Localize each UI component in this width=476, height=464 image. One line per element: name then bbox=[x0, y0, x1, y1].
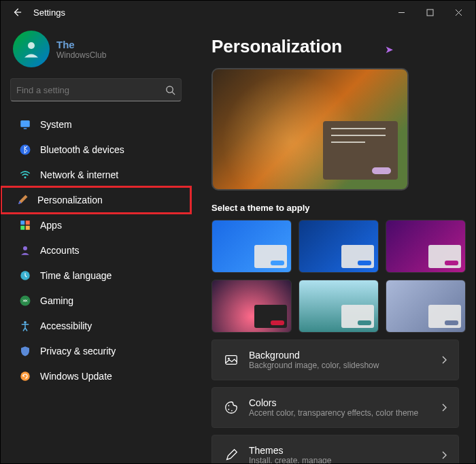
time-icon bbox=[18, 269, 32, 282]
theme-section-label: Select a theme to apply bbox=[211, 203, 459, 213]
image-icon bbox=[223, 352, 239, 368]
sidebar-item-label: Gaming bbox=[40, 295, 73, 306]
svg-rect-0 bbox=[427, 10, 433, 16]
setting-row-background[interactable]: BackgroundBackground image, color, slide… bbox=[211, 339, 459, 380]
row-sub: Accent color, transparency effects, colo… bbox=[249, 408, 418, 418]
theme-grid bbox=[211, 220, 459, 333]
wifi-icon bbox=[18, 168, 32, 182]
chevron-right-icon bbox=[441, 356, 447, 364]
theme-thumb-4[interactable] bbox=[299, 280, 379, 333]
theme-thumb-2[interactable] bbox=[386, 220, 466, 273]
brush2-icon bbox=[223, 447, 239, 463]
chevron-right-icon bbox=[441, 403, 447, 412]
main-content: Personalization Select a theme to apply … bbox=[191, 24, 475, 463]
back-button[interactable] bbox=[9, 4, 25, 20]
minimize-button[interactable] bbox=[387, 2, 415, 22]
svg-point-18 bbox=[228, 405, 229, 406]
sidebar-item-label: Network & internet bbox=[40, 169, 118, 180]
svg-rect-4 bbox=[24, 128, 27, 129]
sidebar-item-accessibility[interactable]: Accessibility bbox=[5, 314, 187, 338]
svg-point-5 bbox=[20, 145, 31, 155]
sidebar-item-label: Personalization bbox=[37, 195, 103, 205]
theme-thumb-3[interactable] bbox=[211, 280, 292, 333]
page-title: Personalization bbox=[211, 36, 459, 57]
sidebar-item-label: Accessibility bbox=[40, 320, 92, 331]
svg-point-20 bbox=[231, 410, 233, 412]
accessibility-icon bbox=[18, 319, 32, 333]
setting-row-themes[interactable]: ThemesInstall, create, manage bbox=[211, 435, 459, 463]
theme-thumb-1[interactable] bbox=[299, 220, 379, 273]
bluetooth-icon bbox=[18, 143, 32, 156]
nav-list: SystemBluetooth & devicesNetwork & inter… bbox=[1, 112, 191, 388]
sidebar-item-brush[interactable]: Personalization bbox=[2, 188, 190, 212]
maximize-button[interactable] bbox=[415, 2, 444, 22]
sidebar-item-update[interactable]: Windows Update bbox=[5, 364, 187, 388]
svg-point-2 bbox=[167, 86, 173, 92]
row-title: Themes bbox=[249, 445, 331, 456]
sidebar-item-label: Accounts bbox=[40, 245, 80, 256]
search-icon bbox=[165, 85, 175, 95]
sidebar-item-system[interactable]: System bbox=[5, 112, 187, 137]
gaming-icon bbox=[18, 294, 32, 308]
svg-rect-8 bbox=[26, 220, 30, 225]
sidebar-item-bluetooth[interactable]: Bluetooth & devices bbox=[5, 137, 187, 162]
svg-point-19 bbox=[228, 409, 229, 410]
preview-window bbox=[323, 121, 398, 180]
titlebar: Settings bbox=[1, 1, 475, 24]
sidebar-item-apps[interactable]: Apps bbox=[5, 213, 187, 237]
avatar bbox=[13, 31, 50, 67]
sidebar-item-label: Time & language bbox=[40, 270, 112, 281]
app-title: Settings bbox=[33, 7, 65, 18]
sidebar-item-accounts[interactable]: Accounts bbox=[5, 238, 187, 263]
theme-thumb-5[interactable] bbox=[386, 280, 466, 333]
sidebar-item-gaming[interactable]: Gaming bbox=[5, 288, 187, 313]
desktop-preview bbox=[211, 68, 409, 190]
chevron-right-icon bbox=[441, 451, 447, 459]
close-button[interactable] bbox=[444, 2, 473, 22]
sidebar-item-time[interactable]: Time & language bbox=[5, 263, 187, 288]
system-icon bbox=[18, 118, 32, 131]
svg-rect-3 bbox=[20, 120, 30, 127]
search-box[interactable] bbox=[10, 78, 182, 101]
theme-thumb-0[interactable] bbox=[211, 220, 292, 273]
sidebar-item-label: Windows Update bbox=[40, 371, 112, 382]
update-icon bbox=[18, 369, 32, 383]
sidebar-item-label: Privacy & security bbox=[40, 346, 116, 357]
svg-rect-9 bbox=[20, 226, 24, 230]
search-input[interactable] bbox=[16, 85, 165, 95]
sidebar-item-label: Apps bbox=[40, 220, 62, 231]
row-title: Background bbox=[249, 350, 379, 361]
sidebar-item-label: System bbox=[40, 119, 72, 130]
setting-row-colors[interactable]: ColorsAccent color, transparency effects… bbox=[211, 387, 459, 428]
svg-point-1 bbox=[28, 42, 35, 49]
svg-point-15 bbox=[20, 371, 30, 381]
svg-rect-10 bbox=[26, 226, 30, 230]
palette-icon bbox=[223, 399, 239, 416]
brush-icon bbox=[16, 193, 29, 207]
row-title: Colors bbox=[249, 397, 418, 408]
svg-point-14 bbox=[24, 321, 27, 324]
sidebar-item-wifi[interactable]: Network & internet bbox=[5, 163, 187, 187]
sidebar-item-label: Bluetooth & devices bbox=[40, 144, 124, 155]
accounts-icon bbox=[18, 244, 32, 257]
row-sub: Install, create, manage bbox=[249, 456, 331, 463]
sidebar-item-privacy[interactable]: Privacy & security bbox=[5, 339, 187, 363]
svg-point-13 bbox=[20, 296, 31, 306]
user-name: The bbox=[56, 39, 106, 50]
user-block[interactable]: The WindowsClub bbox=[1, 28, 191, 74]
svg-rect-7 bbox=[20, 220, 24, 225]
svg-point-6 bbox=[24, 176, 27, 178]
svg-point-17 bbox=[228, 358, 230, 360]
row-sub: Background image, color, slideshow bbox=[249, 361, 379, 370]
privacy-icon bbox=[18, 344, 32, 358]
user-sub: WindowsClub bbox=[56, 50, 106, 60]
svg-point-11 bbox=[23, 246, 27, 250]
apps-icon bbox=[18, 218, 32, 232]
sidebar: The WindowsClub SystemBluetooth & device… bbox=[1, 24, 191, 463]
